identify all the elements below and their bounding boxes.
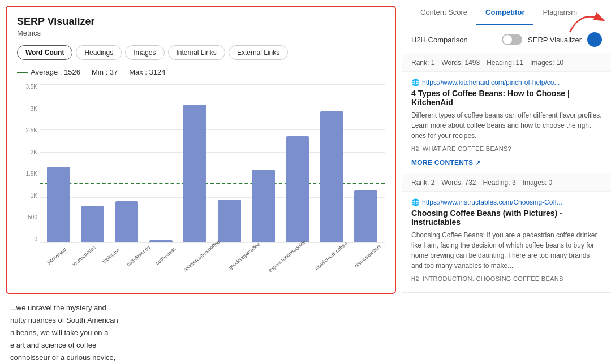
tab-content-score[interactable]: Content Score [411, 0, 476, 25]
x-label-districtroasters: districtroasters [353, 243, 382, 268]
toggle-switch[interactable] [502, 34, 522, 45]
rank1-heading: Heading: 11 [487, 59, 523, 67]
y-label-2500: 2.5K [25, 128, 37, 133]
tab-headings[interactable]: Headings [76, 45, 122, 60]
bars-area [40, 84, 385, 242]
rank1-words: Words: 1493 [441, 59, 480, 67]
serp-subtitle: Metrics [17, 29, 385, 37]
globe-icon-2: 🌐 [411, 198, 420, 206]
y-label-1000: 1K [31, 193, 37, 199]
tab-competitor[interactable]: Competitor [476, 0, 533, 25]
chart-container: 3.5K 3K 2.5K 2K 1.5K 1K 500 0 [17, 84, 385, 259]
h2h-label: H2H Comparison [411, 36, 468, 44]
serp-title: SERP Visualizer [17, 16, 385, 28]
x-label-espressocoffeeguide: espressocoffeeguide [267, 239, 307, 273]
serp-viz-label: SERP Visualizer [528, 36, 582, 44]
bar-instructables [76, 84, 109, 242]
x-label-group-2: instructables [68, 252, 97, 259]
x-label-group-5: coffeeness [151, 252, 177, 259]
bar-districtroasters-fill [354, 190, 377, 242]
y-label-3500: 3.5K [25, 84, 37, 90]
bar-coffeeness [179, 84, 212, 242]
body-line-1: ...we unravel the mystery and [10, 302, 391, 314]
y-axis: 3.5K 3K 2.5K 2K 1.5K 1K 500 0 [17, 84, 40, 242]
tab-images[interactable]: Images [125, 45, 164, 60]
bar-thekitchn [110, 84, 143, 242]
right-scroll[interactable]: Rank: 1 Words: 1493 Heading: 11 Images: … [402, 54, 611, 364]
more-contents-btn[interactable]: MORE CONTENTS ↗ [411, 159, 481, 167]
bar-espressocoffeeguide [281, 84, 314, 242]
toggle-row: H2H Comparison SERP Visualizer [402, 25, 611, 54]
bar-counterculturecoffee [213, 84, 246, 242]
x-label-group-4: cafedirect.co [122, 252, 151, 259]
body-text: ...we unravel the mystery and nutty nuan… [6, 302, 396, 364]
result-url-2[interactable]: 🌐 https://www.instructables.com/Choosing… [411, 198, 602, 206]
x-label-group-9: mysticmonkcoffee [309, 252, 350, 259]
y-label-1500: 1.5K [25, 171, 37, 177]
x-label-group-8: espressocoffeeguide [262, 252, 309, 259]
h2-row-2: H2 Introduction: Choosing Coffee Beans [411, 275, 602, 282]
x-label-group-3: thekitchn [96, 252, 122, 259]
x-label-group-10: districtroasters [350, 252, 383, 259]
rank2-heading: Heading: 3 [483, 179, 516, 187]
tab-word-count[interactable]: Word Count [17, 45, 72, 60]
body-line-2: nutty nuances of South American [10, 314, 391, 327]
x-label-goodcuppacoffee: goodcuppacoffee [227, 241, 261, 271]
min-value: Min : 37 [92, 68, 118, 76]
body-line-3: n beans, we will take you on a [10, 327, 391, 339]
y-label-2000: 2K [31, 150, 37, 155]
max-value: Max : 3124 [129, 68, 165, 76]
top-tabs: Content Score Competitor Plagiarism [402, 0, 611, 25]
result-url-1[interactable]: 🌐 https://www.kitchenaid.com/pinch-of-he… [411, 79, 602, 86]
tab-internal-links[interactable]: Internal Links [168, 45, 225, 60]
x-label-instructables: instructables [71, 245, 97, 267]
h2-text-2: Introduction: Choosing Coffee Beans [423, 275, 563, 282]
bar-counterculturecoffee-fill [218, 200, 241, 242]
x-label-coffeeness: coffeeness [154, 246, 177, 266]
tab-bar: Word Count Headings Images Internal Link… [17, 45, 385, 60]
body-line-4: e art and science of coffee [10, 339, 391, 352]
result-card-1: 🌐 https://www.kitchenaid.com/pinch-of-he… [402, 72, 611, 174]
avg-indicator: Average : 1526 [17, 68, 80, 76]
y-label-0: 0 [34, 237, 37, 242]
bar-thekitchn-fill [115, 201, 139, 242]
result-card-2: 🌐 https://www.instructables.com/Choosing… [402, 192, 611, 293]
x-label-group-7: goodcuppacoffee [223, 252, 262, 259]
bar-cafedirect [144, 84, 177, 242]
rank1-images: Images: 10 [530, 59, 563, 67]
x-label-group-6: counterculturecoffee [177, 252, 222, 259]
result-title-2: Choosing Coffee Beans (with Pictures) - … [411, 209, 602, 227]
globe-icon-1: 🌐 [411, 79, 420, 86]
stats-row: Average : 1526 Min : 37 Max : 3124 [17, 68, 385, 76]
rank2-words: Words: 732 [441, 179, 476, 187]
tab-external-links[interactable]: External Links [229, 45, 288, 60]
rank2-images: Images: 0 [523, 179, 553, 187]
x-label-mysticmonkcoffee: mysticmonkcoffee [313, 241, 348, 271]
bar-kitchenaid [42, 84, 75, 242]
body-line-5: connoisseur or a curious novice, [10, 352, 391, 364]
tab-plagiarism[interactable]: Plagiarism [533, 0, 586, 25]
x-label-thekitchn: thekitchn [101, 247, 121, 265]
x-labels: kitchenaid instructables thekitchn cafed… [40, 242, 385, 259]
bar-districtroasters [350, 84, 382, 242]
left-panel: SERP Visualizer Metrics Word Count Headi… [0, 0, 402, 364]
rank1-rank: Rank: 1 [411, 59, 434, 67]
bar-mysticmonkcoffee [315, 84, 348, 242]
rank1-info: Rank: 1 Words: 1493 Heading: 11 Images: … [402, 54, 611, 72]
bar-kitchenaid-fill [47, 167, 70, 242]
x-label-cafedirect: cafedirect.co [126, 245, 152, 267]
result-title-1: 4 Types of Coffee Beans: How to Choose |… [411, 89, 602, 107]
bar-espressocoffeeguide-fill [286, 136, 309, 242]
h2-row-1: H2 WHAT ARE COFFEE BEANS? [411, 145, 602, 152]
h2-badge-2: H2 [411, 276, 419, 282]
x-label-counterculturecoffee: counterculturecoffee [182, 239, 221, 273]
right-panel: Content Score Competitor Plagiarism H2H … [402, 0, 611, 364]
rank2-rank: Rank: 2 [411, 179, 434, 187]
bar-goodcuppacoffee [247, 84, 279, 242]
serp-viz-active-btn[interactable] [587, 32, 602, 47]
bar-goodcuppacoffee-fill [252, 170, 275, 242]
y-label-3000: 3K [31, 106, 37, 112]
x-label-group-1: kitchenaid [42, 252, 68, 259]
h2-text-1: WHAT ARE COFFEE BEANS? [423, 145, 511, 152]
rank2-info: Rank: 2 Words: 732 Heading: 3 Images: 0 [402, 174, 611, 192]
